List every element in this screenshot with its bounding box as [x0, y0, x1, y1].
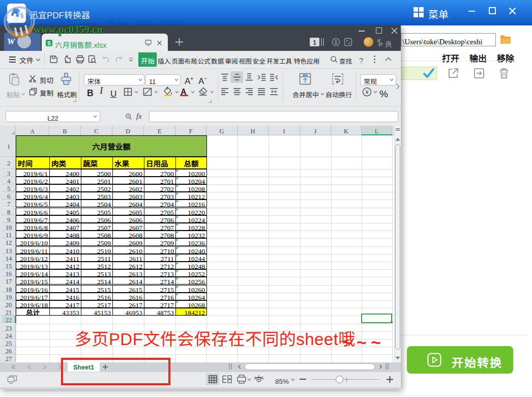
svg-text:¥: ¥	[365, 89, 369, 95]
